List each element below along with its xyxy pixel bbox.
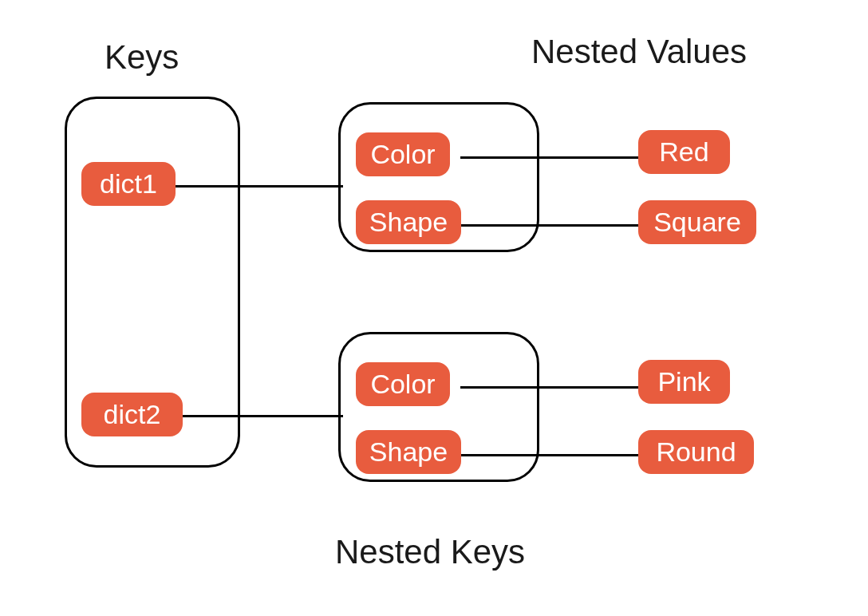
heading-nested-values: Nested Values <box>531 33 747 71</box>
pill-pink: Pink <box>638 360 730 404</box>
heading-keys: Keys <box>105 38 179 77</box>
pill-color-2: Color <box>356 362 450 406</box>
heading-nested-keys: Nested Keys <box>335 533 525 571</box>
pill-color-1: Color <box>356 132 450 176</box>
pill-shape-1: Shape <box>356 200 461 244</box>
pill-shape-2: Shape <box>356 430 461 474</box>
pill-dict2: dict2 <box>81 393 183 436</box>
pill-square: Square <box>638 200 756 244</box>
pill-round: Round <box>638 430 754 474</box>
pill-red: Red <box>638 130 730 174</box>
pill-dict1: dict1 <box>81 162 176 206</box>
